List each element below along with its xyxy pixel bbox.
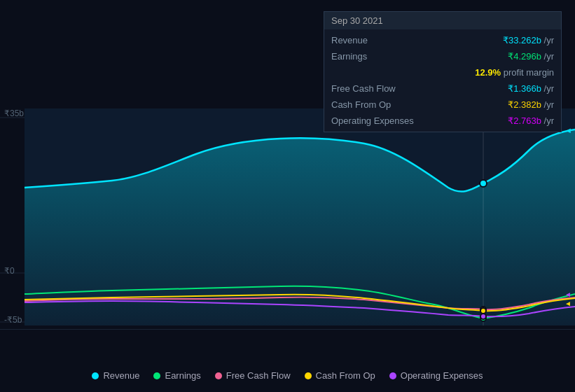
tooltip-value-revenue: ₹33.262b /yr	[503, 35, 554, 46]
y-label-0: ₹0	[4, 266, 15, 276]
legend-label-cashfromop: Cash From Op	[316, 370, 375, 381]
tooltip-date: Sep 30 2021	[324, 12, 561, 29]
legend-label-fcf: Free Cash Flow	[226, 370, 291, 381]
svg-point-10	[480, 308, 486, 314]
tooltip-value-opex: ₹2.763b /yr	[508, 115, 554, 126]
svg-text:◄: ◄	[564, 300, 571, 307]
tooltip-value-earnings: ₹4.296b /yr	[508, 51, 554, 62]
chart-legend: Revenue Earnings Free Cash Flow Cash Fro…	[0, 370, 575, 381]
tooltip-row-opex: Operating Expenses ₹2.763b /yr	[324, 113, 561, 129]
legend-label-earnings: Earnings	[165, 370, 200, 381]
tooltip: Sep 30 2021 Revenue ₹33.262b /yr Earning…	[324, 11, 562, 132]
legend-label-opex: Operating Expenses	[401, 370, 483, 381]
legend-item-fcf[interactable]: Free Cash Flow	[215, 370, 291, 381]
tooltip-label-cashfromop: Cash From Op	[331, 99, 391, 110]
y-label-neg5b: -₹5b	[4, 315, 22, 325]
svg-point-11	[480, 314, 486, 319]
y-label-35b: ₹35b	[4, 108, 24, 118]
tooltip-label-earnings: Earnings	[331, 51, 367, 62]
legend-dot-fcf	[215, 372, 222, 379]
bottom-area: Revenue Earnings Free Cash Flow Cash Fro…	[0, 329, 575, 392]
tooltip-row-earnings: Earnings ₹4.296b /yr	[324, 48, 561, 64]
legend-dot-revenue	[92, 372, 99, 379]
tooltip-value-cashfromop: ₹2.382b /yr	[508, 99, 554, 110]
tooltip-row-profit: 12.9% profit margin	[324, 64, 561, 80]
svg-text:◄: ◄	[564, 126, 572, 134]
legend-item-opex[interactable]: Operating Expenses	[389, 370, 483, 381]
tooltip-body: Revenue ₹33.262b /yr Earnings ₹4.296b /y…	[324, 29, 561, 132]
tooltip-label-opex: Operating Expenses	[331, 115, 414, 126]
tooltip-value-profit: 12.9% profit margin	[475, 67, 554, 78]
tooltip-row-fcf: Free Cash Flow ₹1.366b /yr	[324, 80, 561, 97]
legend-dot-earnings	[153, 372, 160, 379]
svg-point-7	[480, 180, 487, 187]
tooltip-label-fcf: Free Cash Flow	[331, 83, 396, 94]
tooltip-row-cashfromop: Cash From Op ₹2.382b /yr	[324, 97, 561, 113]
legend-item-earnings[interactable]: Earnings	[153, 370, 200, 381]
tooltip-value-fcf: ₹1.366b /yr	[508, 83, 554, 94]
legend-item-cashfromop[interactable]: Cash From Op	[305, 370, 375, 381]
legend-dot-cashfromop	[305, 372, 312, 379]
legend-dot-opex	[389, 372, 396, 379]
svg-text:◄: ◄	[564, 290, 571, 298]
legend-label-revenue: Revenue	[103, 370, 139, 381]
legend-item-revenue[interactable]: Revenue	[92, 370, 139, 381]
tooltip-label-revenue: Revenue	[331, 35, 368, 46]
tooltip-row-revenue: Revenue ₹33.262b /yr	[324, 32, 561, 48]
